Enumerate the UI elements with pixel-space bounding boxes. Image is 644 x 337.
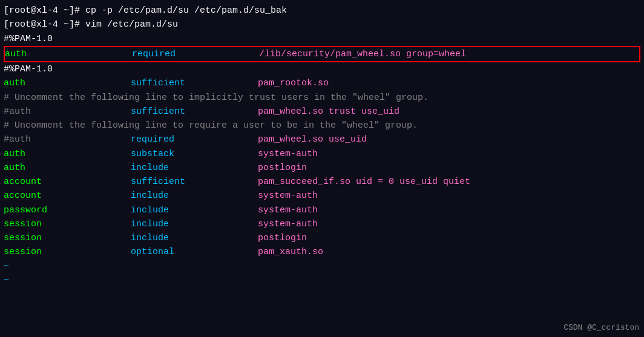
pam-auth-substack: auth substack system-auth xyxy=(4,147,640,161)
prompt-line-1: [root@xl-4 ~]# cp -p /etc/pam.d/su /etc/… xyxy=(4,4,640,18)
comment-line-2: # Uncomment the following line to requir… xyxy=(4,119,640,133)
tilde-1: ~ xyxy=(4,260,640,273)
pam-auth-rootok: auth sufficient pam_rootok.so xyxy=(4,76,640,90)
commented-auth-required: #auth required pam_wheel.so use_uid xyxy=(4,133,640,146)
pam-session-postlogin: session include postlogin xyxy=(4,231,640,245)
pam-header-1: #%PAM-1.0 xyxy=(4,32,640,46)
watermark: CSDN @C_ccriston xyxy=(564,323,639,332)
commented-auth-sufficient: #auth sufficient pam_wheel.so trust use_… xyxy=(4,105,640,119)
comment-line-1: # Uncomment the following line to implic… xyxy=(4,91,640,105)
pam-auth-postlogin: auth include postlogin xyxy=(4,161,640,175)
tilde-2: ~ xyxy=(4,273,640,287)
pam-session-xauth: session optional pam_xauth.so xyxy=(4,245,640,259)
pam-header-2: #%PAM-1.0 xyxy=(4,62,640,76)
terminal: [root@xl-4 ~]# cp -p /etc/pam.d/su /etc/… xyxy=(0,0,644,337)
pam-account-succeed: account sufficient pam_succeed_if.so uid… xyxy=(4,175,640,189)
prompt-line-2: [root@xl-4 ~]# vim /etc/pam.d/su xyxy=(4,18,640,31)
pam-password-include: password include system-auth xyxy=(4,203,640,217)
pam-account-include: account include system-auth xyxy=(4,189,640,203)
highlighted-auth-line: auth required /lib/security/pam_wheel.so… xyxy=(4,46,640,62)
pam-session-sysauth: session include system-auth xyxy=(4,217,640,231)
